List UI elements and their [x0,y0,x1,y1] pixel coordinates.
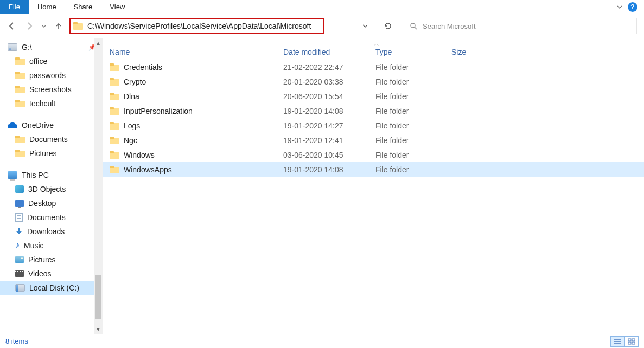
sidebar-onedrive[interactable]: OneDrive [0,118,103,132]
search-placeholder: Search Microsoft [423,22,476,30]
sidebar-item-label: Local Disk (C:) [29,283,79,292]
file-name: WindowsApps [124,165,172,174]
table-row[interactable]: Logs19-01-2020 14:27File folder [103,118,644,133]
ldisk-icon [15,284,25,292]
sidebar-thispc-documents[interactable]: Documents [0,210,103,224]
file-name: Windows [124,151,155,159]
tab-view[interactable]: View [101,0,133,14]
sidebar-item-label: This PC [22,171,49,179]
file-date: 03-06-2020 10:45 [283,151,375,159]
scroll-up-icon[interactable]: ▲ [94,38,103,48]
table-row[interactable]: Ngc19-01-2020 12:41File folder [103,133,644,147]
file-type: File folder [375,165,451,174]
address-bar[interactable]: C:\Windows\ServiceProfiles\LocalService\… [69,18,373,34]
search-box[interactable]: Search Microsoft [404,18,637,34]
file-name: Logs [124,121,140,130]
sidebar-item-label: 3D Objects [28,185,66,194]
table-row[interactable]: Dlna20-06-2020 15:54File folder [103,89,644,104]
sidebar-item-label: Pictures [28,255,56,264]
sidebar-scrollbar[interactable]: ▲ ▼ [94,38,103,334]
file-type: File folder [375,107,451,115]
back-button[interactable] [5,20,18,33]
table-row[interactable]: Windows03-06-2020 10:45File folder [103,147,644,162]
thispc-icon [8,171,17,179]
navigation-bar: C:\Windows\ServiceProfiles\LocalService\… [0,14,644,38]
sidebar-quick-techcult[interactable]: techcult [0,96,103,111]
sidebar-item-label: OneDrive [22,121,54,130]
sidebar-item-label: G:\ [22,43,32,51]
file-type: File folder [375,92,451,101]
drive-icon [8,43,17,51]
file-name: InputPersonalization [124,107,193,115]
folder-icon [15,150,25,157]
sidebar-item-label: office [29,57,47,66]
sidebar-item-label: Downloads [27,227,65,236]
view-large-icons-button[interactable] [624,336,639,347]
ribbon-expand-icon[interactable] [611,3,628,11]
sidebar-quick-screenshots[interactable]: Screenshots [0,82,103,96]
status-bar: 8 items [0,334,644,348]
sidebar-thispc-3dobjects[interactable]: 3D Objects [0,182,103,196]
tab-file[interactable]: File [0,0,29,14]
file-name: Credentials [124,63,162,72]
sidebar-thispc-downloads[interactable]: Downloads [0,224,103,239]
search-icon [410,22,417,30]
svg-rect-4 [632,342,635,344]
address-dropdown[interactable] [358,18,373,34]
sidebar-item-label: Videos [28,269,52,278]
refresh-button[interactable] [380,18,396,34]
column-date[interactable]: Date modified [283,48,375,56]
column-size[interactable]: Size [451,48,495,56]
folder-icon [15,86,25,93]
file-date: 19-01-2020 14:27 [283,121,375,130]
column-type[interactable]: Type [375,48,451,56]
folder-icon [15,57,25,65]
main-area: G:\📌officepasswordsScreenshotstechcult O… [0,38,644,334]
sidebar-thispc-videos[interactable]: Videos [0,267,103,281]
tab-home[interactable]: Home [29,0,65,14]
table-row[interactable]: Crypto20-01-2020 03:38File folder [103,74,644,89]
file-type: File folder [375,63,451,72]
column-name[interactable]: Name [110,48,283,56]
sidebar-thispc-pictures[interactable]: Pictures [0,253,103,267]
file-date: 19-01-2020 14:08 [283,165,375,174]
sidebar-thispc-desktop[interactable]: Desktop [0,196,103,210]
tab-share[interactable]: Share [65,0,101,14]
table-row[interactable]: InputPersonalization19-01-2020 14:08File… [103,104,644,118]
folder-icon [110,122,119,130]
scroll-thumb[interactable] [95,275,101,319]
sidebar-quick-office[interactable]: office [0,54,103,68]
table-row[interactable]: WindowsApps19-01-2020 14:08File folder [103,162,644,177]
file-type: File folder [375,121,451,130]
scroll-down-icon[interactable]: ▼ [94,324,103,334]
folder-icon [110,166,119,173]
sidebar-item-label: passwords [29,71,66,80]
sidebar-quick-g[interactable]: G:\📌 [0,40,103,54]
svg-rect-3 [628,342,631,344]
sidebar-item-label: techcult [29,99,55,108]
table-row[interactable]: Credentials21-02-2022 22:47File folder [103,60,644,74]
sidebar-onedrive-documents[interactable]: Documents [0,132,103,146]
pic-icon [15,256,24,263]
music-icon: ♪ [15,241,20,250]
forward-button[interactable] [23,20,36,33]
sidebar-thispc[interactable]: This PC [0,168,103,182]
up-button[interactable] [52,20,65,33]
sidebar-thispc-localdiskc[interactable]: Local Disk (C:) [0,281,103,295]
sidebar-onedrive-pictures[interactable]: Pictures [0,146,103,160]
folder-icon [15,136,25,143]
file-date: 19-01-2020 12:41 [283,136,375,145]
history-dropdown[interactable] [40,20,48,33]
sidebar-item-label: Pictures [29,149,57,158]
sidebar-thispc-music[interactable]: ♪Music [0,239,103,253]
file-type: File folder [375,151,451,159]
svg-point-0 [411,23,415,28]
svg-rect-1 [628,339,631,341]
file-type: File folder [375,136,451,145]
folder-icon [110,78,119,86]
address-text[interactable]: C:\Windows\ServiceProfiles\LocalService\… [85,22,358,30]
folder-icon [110,107,119,115]
sidebar-quick-passwords[interactable]: passwords [0,68,103,82]
help-icon[interactable]: ? [628,2,637,12]
view-details-button[interactable] [610,336,624,347]
